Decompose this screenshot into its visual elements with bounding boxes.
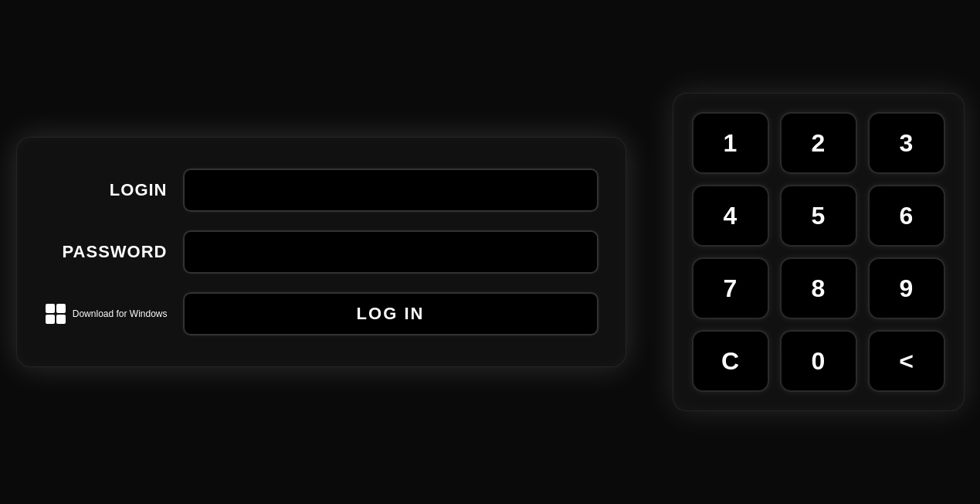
- windows-store-icon: [45, 303, 66, 325]
- numpad-btn-7[interactable]: 7: [692, 257, 769, 319]
- login-row: LOGIN: [44, 169, 599, 212]
- numpad: 123456789C0<: [673, 93, 965, 411]
- svg-rect-1: [56, 304, 66, 313]
- password-row: PASSWORD: [44, 230, 599, 274]
- svg-rect-0: [46, 304, 55, 313]
- download-windows-button[interactable]: Download for Windows: [44, 303, 183, 325]
- svg-rect-2: [46, 315, 55, 324]
- password-label: PASSWORD: [44, 242, 183, 262]
- numpad-btn-3[interactable]: 3: [868, 112, 945, 174]
- download-windows-label: Download for Windows: [73, 308, 168, 321]
- password-input[interactable]: [183, 230, 599, 274]
- svg-rect-3: [56, 315, 66, 324]
- numpad-btn-4[interactable]: 4: [692, 185, 769, 247]
- numpad-btn-8[interactable]: 8: [780, 257, 857, 319]
- login-panel: LOGIN PASSWORD Download for Windows LOG …: [16, 137, 626, 367]
- numpad-btn-1[interactable]: 1: [692, 112, 769, 174]
- numpad-btn-backspace[interactable]: <: [868, 330, 945, 392]
- numpad-btn-9[interactable]: 9: [868, 257, 945, 319]
- login-label: LOGIN: [44, 180, 183, 200]
- numpad-btn-2[interactable]: 2: [780, 112, 857, 174]
- numpad-btn-C[interactable]: C: [692, 330, 769, 392]
- numpad-btn-6[interactable]: 6: [868, 185, 945, 247]
- numpad-btn-5[interactable]: 5: [780, 185, 857, 247]
- login-button[interactable]: LOG IN: [183, 292, 599, 335]
- bottom-row: Download for Windows LOG IN: [44, 292, 599, 335]
- login-input[interactable]: [183, 169, 599, 212]
- numpad-btn-0[interactable]: 0: [780, 330, 857, 392]
